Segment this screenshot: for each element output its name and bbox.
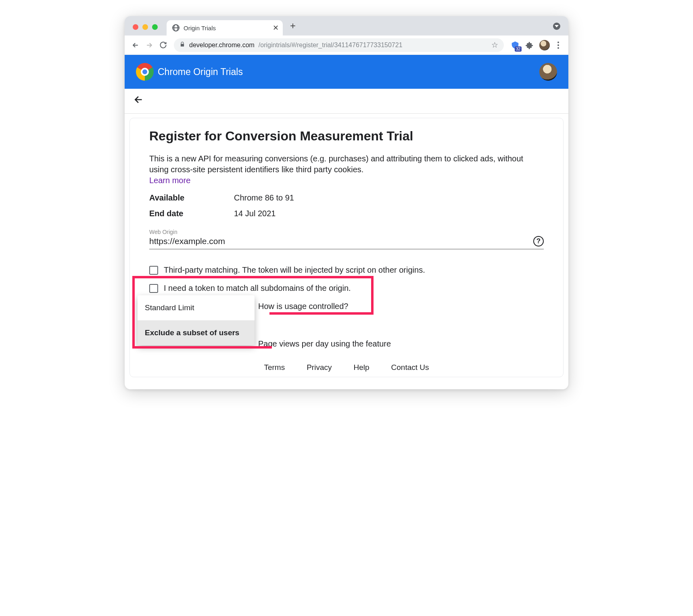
web-origin-input[interactable]: [149, 236, 533, 246]
footer-contact[interactable]: Contact Us: [391, 363, 429, 372]
end-date-value: 14 Jul 2021: [234, 209, 276, 218]
meta-table: Available Chrome 86 to 91 End date 14 Ju…: [149, 193, 544, 218]
help-icon[interactable]: ?: [533, 236, 544, 246]
web-origin-label: Web Origin: [149, 229, 544, 235]
available-label: Available: [149, 193, 234, 203]
bookmark-star-icon[interactable]: ☆: [491, 40, 498, 50]
url-path: /origintrials/#/register_trial/341147671…: [259, 42, 403, 49]
footer-terms[interactable]: Terms: [264, 363, 285, 372]
end-date-label: End date: [149, 209, 234, 218]
back-button[interactable]: [129, 38, 142, 52]
app-header: Chrome Origin Trials: [125, 55, 568, 89]
subdomain-checkbox[interactable]: [149, 284, 158, 293]
web-origin-field: Web Origin ?: [149, 229, 544, 249]
browser-window: Origin Trials ✕ + developer.chrome.com/o…: [125, 16, 568, 389]
registration-card: Register for Conversion Measurement Tria…: [129, 118, 564, 377]
usage-restrictions-dropdown[interactable]: Standard Limit Exclude a subset of users: [138, 295, 255, 345]
extensions-menu-icon[interactable]: [524, 40, 535, 51]
maximize-window-button[interactable]: [152, 24, 158, 30]
browser-menu-icon[interactable]: [552, 42, 564, 49]
page-title: Register for Conversion Measurement Tria…: [149, 129, 544, 144]
page-back-button[interactable]: [134, 94, 144, 108]
available-value: Chrome 86 to 91: [234, 193, 294, 203]
reload-button[interactable]: [156, 38, 170, 52]
third-party-checkbox[interactable]: [149, 266, 158, 275]
new-tab-button[interactable]: +: [290, 20, 296, 31]
third-party-label: Third-party matching. The token will be …: [164, 265, 425, 275]
app-title: Chrome Origin Trials: [158, 67, 243, 77]
footer-links: Terms Privacy Help Contact Us: [149, 363, 544, 372]
third-party-checkbox-row: Third-party matching. The token will be …: [149, 265, 544, 275]
dropdown-option-exclude[interactable]: Exclude a subset of users: [138, 320, 255, 345]
meta-row-end-date: End date 14 Jul 2021: [149, 209, 544, 218]
extension-badge: 32: [515, 46, 522, 52]
lock-icon: [180, 42, 185, 48]
footer-privacy[interactable]: Privacy: [307, 363, 332, 372]
tab-title: Origin Trials: [184, 25, 216, 31]
close-window-button[interactable]: [133, 24, 138, 30]
subdomain-checkbox-row: I need a token to match all subdomains o…: [149, 284, 544, 293]
subdomain-label: I need a token to match all subdomains o…: [164, 284, 351, 293]
meta-row-available: Available Chrome 86 to 91: [149, 193, 544, 203]
profile-avatar-small[interactable]: [539, 40, 550, 50]
extension-button[interactable]: 32: [509, 40, 521, 51]
address-bar[interactable]: developer.chrome.com/origintrials/#/regi…: [174, 38, 504, 52]
checkbox-group: Third-party matching. The token will be …: [149, 265, 544, 293]
usage-control-question: How is usage controlled?: [258, 302, 544, 311]
window-controls: [133, 24, 158, 30]
dropdown-option-standard[interactable]: Standard Limit: [138, 295, 255, 320]
usage-stat-label: Page views per day using the feature: [258, 339, 544, 349]
account-avatar[interactable]: [539, 63, 557, 81]
content: Register for Conversion Measurement Tria…: [125, 114, 568, 389]
page-back-bar: [125, 89, 568, 114]
url-host: developer.chrome.com: [189, 42, 255, 49]
description: This is a new API for measuring conversi…: [149, 153, 544, 175]
learn-more-link[interactable]: Learn more: [149, 176, 190, 185]
forward-button[interactable]: [142, 38, 156, 52]
browser-tab[interactable]: Origin Trials ✕: [167, 20, 283, 35]
browser-toolbar: developer.chrome.com/origintrials/#/regi…: [125, 35, 568, 55]
close-tab-icon[interactable]: ✕: [273, 24, 279, 31]
tab-list-menu-icon[interactable]: [553, 23, 560, 30]
globe-icon: [172, 24, 180, 31]
footer-help[interactable]: Help: [353, 363, 369, 372]
tab-strip: Origin Trials ✕ +: [125, 16, 568, 35]
chrome-logo-icon: [136, 63, 154, 81]
minimize-window-button[interactable]: [142, 24, 148, 30]
